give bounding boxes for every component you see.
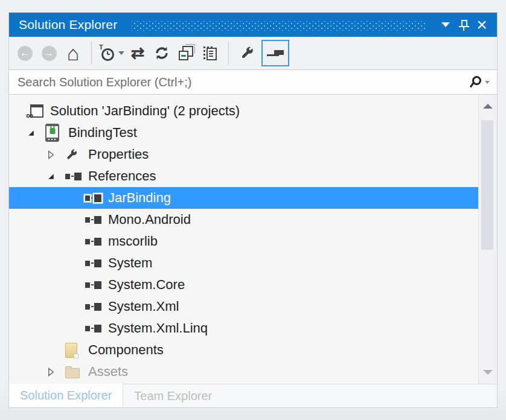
preview-selected-items-icon bbox=[267, 49, 284, 57]
solution-tree: ∞Solution 'JarBinding' (2 projects)Bindi… bbox=[9, 95, 478, 384]
scroll-thumb[interactable] bbox=[481, 120, 493, 250]
tree-item-icon-slot bbox=[85, 216, 107, 224]
search-input[interactable] bbox=[16, 75, 469, 90]
expand-arrow-slot[interactable] bbox=[27, 129, 45, 137]
tree-item-solution-jarbinding-2-projects[interactable]: ∞Solution 'JarBinding' (2 projects) bbox=[9, 100, 478, 122]
tree-item-properties[interactable]: Properties bbox=[9, 144, 478, 165]
toolbar-separator bbox=[228, 42, 229, 65]
tree-item-label: Mono.Android bbox=[107, 212, 191, 228]
tab-label: Team Explorer bbox=[134, 389, 212, 403]
preview-selected-items-button[interactable] bbox=[261, 40, 289, 66]
close-button[interactable]: × bbox=[473, 16, 491, 34]
search-options-button[interactable] bbox=[469, 76, 490, 88]
tree-item-icon-slot bbox=[45, 124, 67, 142]
chevron-down-icon bbox=[441, 22, 450, 27]
reference-icon bbox=[65, 173, 82, 180]
titlebar-drag-dots bbox=[132, 21, 427, 31]
tree-item-icon-slot bbox=[65, 343, 87, 358]
wrench-icon bbox=[65, 148, 78, 161]
tree-item-references[interactable]: References bbox=[9, 165, 478, 187]
tree-item-label: JarBinding bbox=[107, 190, 171, 206]
window-title: Solution Explorer bbox=[19, 18, 117, 32]
collapse-arrow-icon[interactable] bbox=[27, 129, 35, 137]
pin-icon bbox=[459, 19, 469, 31]
properties-button[interactable] bbox=[236, 40, 258, 66]
solution-icon: ∞ bbox=[27, 104, 43, 118]
tree-item-jarbinding[interactable]: JarBinding bbox=[9, 187, 478, 209]
show-all-files-button[interactable] bbox=[199, 40, 221, 66]
tree-item-icon-slot bbox=[65, 173, 87, 180]
tree-item-label: System bbox=[107, 255, 152, 271]
tree-item-label: System.Core bbox=[107, 277, 185, 293]
tab-label: Solution Explorer bbox=[20, 389, 112, 402]
close-icon: × bbox=[476, 17, 487, 33]
titlebar[interactable]: Solution Explorer × bbox=[9, 13, 497, 37]
reference-icon bbox=[85, 216, 101, 224]
forward-icon: → bbox=[42, 46, 57, 61]
search-options-arrow-icon bbox=[485, 81, 490, 84]
scroll-up-icon bbox=[483, 104, 493, 109]
solution-explorer-window: Solution Explorer × ← → ⌂ bbox=[0, 0, 506, 420]
tab-solution-explorer[interactable]: Solution Explorer bbox=[9, 384, 123, 407]
search-icon bbox=[469, 76, 481, 88]
tree-item-label: Solution 'JarBinding' (2 projects) bbox=[49, 103, 240, 119]
switch-views-button[interactable]: T bbox=[99, 40, 124, 66]
collapse-all-button[interactable] bbox=[175, 40, 197, 66]
reference-icon bbox=[85, 194, 101, 202]
tree-item-label: Components bbox=[87, 342, 164, 358]
pin-button[interactable] bbox=[455, 16, 473, 34]
collapse-all-icon bbox=[179, 46, 193, 60]
tree-item-label: References bbox=[87, 168, 156, 184]
tree-item-label: mscorlib bbox=[107, 234, 158, 249]
switch-views-icon: T bbox=[99, 45, 115, 61]
tree-item-mono-android[interactable]: Mono.Android bbox=[9, 209, 478, 231]
tree-item-system[interactable]: System bbox=[9, 252, 478, 274]
expand-arrow-slot[interactable] bbox=[47, 150, 65, 159]
collapse-arrow-icon[interactable] bbox=[47, 173, 55, 180]
reference-icon bbox=[85, 259, 101, 267]
tree-container: ∞Solution 'JarBinding' (2 projects)Bindi… bbox=[9, 95, 497, 384]
reference-icon bbox=[85, 238, 101, 246]
tree-item-icon-slot bbox=[65, 366, 87, 378]
tree-item-label: System.Xml.Linq bbox=[107, 320, 208, 336]
forward-button[interactable]: → bbox=[38, 40, 60, 66]
toolbar-separator bbox=[91, 42, 92, 65]
tree-item-label: BindingTest bbox=[67, 125, 137, 141]
tree-item-label: System.Xml bbox=[107, 299, 179, 314]
home-icon: ⌂ bbox=[67, 44, 80, 62]
sync-with-active-document-button[interactable]: ⇄ bbox=[127, 40, 149, 66]
tree-item-system-xml-linq[interactable]: System.Xml.Linq bbox=[9, 317, 478, 339]
scrollbar[interactable] bbox=[478, 95, 497, 384]
tree-item-icon-slot bbox=[65, 148, 87, 161]
expand-arrow-slot[interactable] bbox=[47, 173, 65, 180]
tree-item-assets[interactable]: Assets bbox=[9, 361, 478, 383]
back-button[interactable]: ← bbox=[14, 40, 36, 66]
tree-item-icon-slot bbox=[85, 303, 107, 311]
properties-icon bbox=[240, 46, 254, 60]
back-icon: ← bbox=[18, 46, 33, 61]
scroll-down-button[interactable] bbox=[479, 364, 497, 380]
refresh-button[interactable] bbox=[151, 40, 173, 66]
android-project-icon bbox=[45, 124, 59, 142]
toolbar: ← → ⌂ T ⇄ bbox=[9, 37, 497, 69]
expand-arrow-icon[interactable] bbox=[47, 150, 55, 159]
home-button[interactable]: ⌂ bbox=[62, 40, 84, 66]
expand-arrow-icon[interactable] bbox=[47, 368, 55, 377]
tree-item-label: Assets bbox=[87, 364, 128, 380]
tree-item-system-xml[interactable]: System.Xml bbox=[9, 296, 478, 317]
search-bar bbox=[9, 69, 497, 95]
scroll-up-button[interactable] bbox=[479, 98, 497, 114]
tree-item-icon-slot bbox=[85, 238, 107, 246]
window-position-button[interactable] bbox=[437, 16, 455, 34]
dropdown-arrow-icon bbox=[118, 51, 124, 55]
tree-item-mscorlib[interactable]: mscorlib bbox=[9, 231, 478, 252]
tree-item-bindingtest[interactable]: BindingTest bbox=[9, 122, 478, 144]
tree-item-system-core[interactable]: System.Core bbox=[9, 274, 478, 296]
tree-item-components[interactable]: Components bbox=[9, 339, 478, 361]
solution-explorer-panel: Solution Explorer × ← → ⌂ bbox=[8, 12, 498, 408]
expand-arrow-slot[interactable] bbox=[47, 368, 65, 377]
show-all-files-icon bbox=[203, 46, 217, 60]
scroll-down-icon bbox=[483, 370, 493, 375]
tree-item-icon-slot bbox=[85, 259, 107, 267]
tab-team-explorer[interactable]: Team Explorer bbox=[123, 384, 223, 407]
